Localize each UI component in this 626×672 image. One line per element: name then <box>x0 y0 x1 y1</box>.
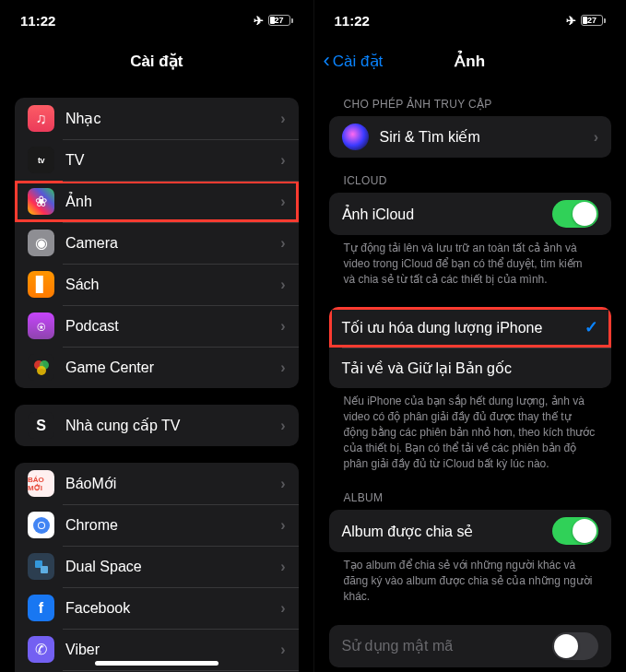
chevron-right-icon: › <box>280 111 285 127</box>
settings-row-chrome[interactable]: Chrome› <box>15 504 299 546</box>
section-header-album: ALBUM <box>329 475 612 510</box>
baomoi-icon: BÁO MỚI <box>28 470 54 497</box>
toggle-shared-album[interactable] <box>552 517 598 545</box>
row-label: Album được chia sẻ <box>342 523 553 540</box>
group-icloud-photos: Ảnh iCloud <box>329 193 612 235</box>
section-header-allow: CHO PHÉP ẢNH TRUY CẬP <box>329 81 612 116</box>
tv-icon: tv <box>28 147 54 173</box>
settings-row-camera[interactable]: ◉Camera› <box>15 222 299 264</box>
chevron-right-icon: › <box>280 277 285 293</box>
row-label: BáoMới <box>65 475 280 492</box>
airplane-icon: ✈ <box>254 14 264 28</box>
row-use-passcode: Sử dụng mật mã <box>329 625 612 667</box>
settings-row-anh[interactable]: ❀Ảnh› <box>15 181 299 222</box>
settings-group-apps: BÁO MỚIBáoMới› Chrome› Dual Space› fFace… <box>15 463 299 672</box>
row-label: Sách <box>65 277 280 293</box>
battery-indicator: 27 <box>268 15 293 26</box>
chevron-right-icon: › <box>280 194 285 210</box>
chevron-right-icon: › <box>280 235 285 252</box>
facebook-icon: f <box>28 595 54 621</box>
gamecenter-icon <box>28 354 54 381</box>
settings-group-tvprovider: SNhà cung cấp TV› <box>15 405 299 446</box>
group-shared-album: Album được chia sẻ <box>329 510 612 552</box>
footer-storage: Nếu iPhone của bạn sắp hết dung lượng, ả… <box>329 388 612 475</box>
photos-icon: ❀ <box>28 188 54 215</box>
section-header-icloud: ICLOUD <box>329 158 612 193</box>
back-label: Cài đặt <box>333 52 383 71</box>
row-label: Viber <box>65 642 280 658</box>
page-title: Cài đặt <box>130 52 183 71</box>
chevron-right-icon: › <box>594 129 598 146</box>
nav-header: ‹Cài đặt Ảnh <box>314 41 627 81</box>
settings-row-podcast[interactable]: ⍟Podcast› <box>15 305 299 347</box>
row-label: Ảnh iCloud <box>342 206 553 223</box>
row-label: Nhạc <box>65 110 280 127</box>
settings-row-baomoi[interactable]: BÁO MỚIBáoMới› <box>15 463 299 504</box>
row-label: Podcast <box>65 318 280 335</box>
chevron-right-icon: › <box>280 476 285 492</box>
svg-point-5 <box>39 523 44 528</box>
viber-icon: ✆ <box>28 636 54 663</box>
toggle-icloud-photos[interactable] <box>552 200 598 228</box>
status-time: 11:22 <box>20 13 55 29</box>
home-indicator[interactable] <box>95 661 219 666</box>
toggle-passcode[interactable] <box>552 632 598 660</box>
group-passcode: Sử dụng mật mã <box>329 625 612 667</box>
row-label: TV <box>65 152 280 169</box>
page-title: Ảnh <box>455 52 485 71</box>
battery-indicator: 27 <box>581 15 606 26</box>
row-label: Camera <box>65 235 280 252</box>
settings-row-tv[interactable]: tvTV› <box>15 139 299 181</box>
row-label: Nhà cung cấp TV <box>65 417 280 434</box>
row-optimize-storage[interactable]: Tối ưu hóa dung lượng iPhone✓ <box>329 307 612 348</box>
footer-shared: Tạo album để chia sẻ với những người khá… <box>329 552 612 607</box>
status-bar: 11:22 ✈ 27 <box>0 0 313 41</box>
chevron-right-icon: › <box>280 642 285 658</box>
airplane-icon: ✈ <box>566 14 576 28</box>
chevron-right-icon: › <box>280 318 285 335</box>
tvprovider-icon: S <box>28 412 54 439</box>
checkmark-icon: ✓ <box>585 317 598 337</box>
status-bar: 11:22 ✈ 27 <box>314 0 627 41</box>
settings-row-dualspace[interactable]: Dual Space› <box>15 546 299 587</box>
svg-point-2 <box>37 366 46 375</box>
back-button[interactable]: ‹Cài đặt <box>324 49 384 73</box>
row-label: Ảnh <box>65 193 280 210</box>
podcast-icon: ⍟ <box>28 312 54 339</box>
chevron-right-icon: › <box>280 418 285 434</box>
svg-rect-7 <box>41 566 48 573</box>
row-label: Chrome <box>65 517 280 534</box>
settings-row-tvprovider[interactable]: SNhà cung cấp TV› <box>15 405 299 446</box>
settings-row-facebook[interactable]: fFacebook› <box>15 587 299 629</box>
chevron-right-icon: › <box>280 360 285 376</box>
settings-group-media: ♫Nhạc› tvTV› ❀Ảnh› ◉Camera› ▋Sách› ⍟Podc… <box>15 98 299 388</box>
chevron-left-icon: ‹ <box>324 49 330 73</box>
nav-header: Cài đặt <box>0 41 313 81</box>
row-label: Siri & Tìm kiếm <box>380 128 594 146</box>
chevron-right-icon: › <box>280 152 285 169</box>
row-shared-album: Album được chia sẻ <box>329 510 612 552</box>
row-label: Sử dụng mật mã <box>342 637 553 654</box>
row-label: Tải về và Giữ lại Bản gốc <box>342 360 599 377</box>
books-icon: ▋ <box>28 271 54 298</box>
settings-row-nhac[interactable]: ♫Nhạc› <box>15 98 299 139</box>
row-download-originals[interactable]: Tải về và Giữ lại Bản gốc <box>329 348 612 388</box>
footer-icloud: Tự động tải lên và lưu trữ an toàn tất c… <box>329 235 612 290</box>
chevron-right-icon: › <box>280 559 285 575</box>
row-label: Game Center <box>65 360 280 376</box>
siri-icon <box>342 124 369 150</box>
settings-row-sach[interactable]: ▋Sách› <box>15 264 299 305</box>
music-icon: ♫ <box>28 105 54 132</box>
settings-row-gamecenter[interactable]: Game Center› <box>15 347 299 388</box>
footer-passcode: Yêu cầu mật mã của bạn để xem các album … <box>329 667 612 672</box>
chevron-right-icon: › <box>280 600 285 617</box>
group-storage-options: Tối ưu hóa dung lượng iPhone✓ Tải về và … <box>329 307 612 388</box>
status-time: 11:22 <box>335 13 370 29</box>
row-label: Tối ưu hóa dung lượng iPhone <box>342 319 585 336</box>
row-label: Facebook <box>65 600 280 617</box>
row-siri-search[interactable]: Siri & Tìm kiếm› <box>329 116 612 158</box>
camera-icon: ◉ <box>28 230 54 256</box>
chevron-right-icon: › <box>280 517 285 534</box>
settings-screen-left: 11:22 ✈ 27 Cài đặt ♫Nhạc› tvTV› ❀Ảnh› ◉C… <box>0 0 313 672</box>
chrome-icon <box>28 512 54 538</box>
